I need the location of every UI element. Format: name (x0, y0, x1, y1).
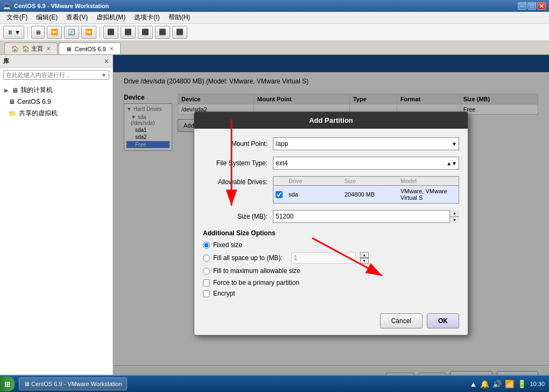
taskbar-items: 🖥 CentOS 6.9 - VMware Workstation (19, 377, 466, 390)
toolbar-btn-1[interactable]: 🖥 (31, 26, 45, 39)
toolbar-btn-6[interactable]: ⬛ (121, 26, 136, 39)
toolbar-btn-8[interactable]: ⬛ (155, 26, 170, 39)
tray-icon-5: 🔋 (517, 380, 526, 388)
taskbar: ⊞ 🖥 CentOS 6.9 - VMware Workstation ▲ 🔔 … (0, 375, 549, 392)
filesystem-select[interactable]: ext4 ext3 ext2 xfs swap (273, 157, 459, 170)
toolbar-btn-7[interactable]: ⬛ (138, 26, 153, 39)
fill-up-row: Fill all space up to (MB): ▲ ▼ (203, 252, 459, 264)
menu-edit[interactable]: 编辑(E) (32, 12, 62, 23)
size-input[interactable] (273, 210, 459, 223)
system-time: 10:30 (530, 381, 545, 387)
toolbar: ⏸ ▼ 🖥 ⏪ 🔄 ⏩ ⬛ ⬛ ⬛ ⬛ ⬛ (0, 24, 549, 41)
mount-point-row: Mount Point: /app /boot / /home swap ▼ (203, 137, 459, 150)
tree-item-shared[interactable]: 📁 共享的虚拟机 (0, 107, 112, 120)
toolbar-btn-2[interactable]: ⏪ (47, 26, 62, 39)
pause-button[interactable]: ⏸ ▼ (3, 26, 24, 39)
drives-table: Drive Size Model sda 204800 MB (273, 176, 459, 204)
search-box[interactable]: ▼ (3, 70, 109, 80)
col-check (276, 178, 288, 184)
tab-centos[interactable]: 🖥 CentOS 6.9 ✕ (59, 43, 120, 54)
size-decrement-button[interactable]: ▼ (450, 217, 459, 223)
filesystem-select-wrapper: ext4 ext3 ext2 xfs swap ▲▼ (273, 157, 459, 170)
allowable-drives-row: Allowable Drives: Drive Size Model (203, 176, 459, 204)
minimize-button[interactable]: ─ (518, 2, 526, 10)
fill-up-input[interactable] (291, 252, 356, 264)
add-partition-dialog: Add Partition Mount Point: /app /boot / (194, 111, 468, 335)
content-area: Drive /dev/sda (204800 MB) (Model: VMwar… (113, 55, 549, 392)
col-model-header: Model (400, 178, 456, 184)
size-label: Size (MB): (203, 213, 273, 220)
tray-icon-2: 🔔 (480, 380, 489, 388)
sidebar-close-button[interactable]: ✕ (104, 58, 109, 65)
allowable-drives-label: Allowable Drives: (203, 176, 273, 186)
maximize-button[interactable]: □ (527, 2, 536, 10)
tab-bar: 🏠 🏠 主页 ✕ 🖥 CentOS 6.9 ✕ (0, 41, 549, 55)
additional-size-label: Additional Size Options (203, 229, 459, 237)
dialog-overlay: Add Partition Mount Point: /app /boot / (113, 55, 549, 392)
system-tray: ▲ 🔔 🔊 📶 🔋 10:30 (466, 380, 549, 388)
toolbar-btn-5[interactable]: ⬛ (103, 26, 118, 39)
computer-icon: 🖥 (12, 87, 18, 94)
start-icon: ⊞ (4, 380, 10, 388)
col-size-header: Size (344, 178, 400, 184)
tray-icon-1: ▲ (470, 380, 477, 388)
tree-item-my-computer[interactable]: ▶ 🖥 我的计算机 (0, 84, 112, 96)
primary-partition-checkbox[interactable] (203, 279, 210, 286)
drive-name-cell: sda (288, 191, 344, 198)
tab-centos-close[interactable]: ✕ (109, 46, 114, 52)
mount-point-select[interactable]: /app /boot / /home swap (273, 137, 459, 150)
vm-icon: 🖥 (66, 46, 72, 52)
col-drive-header: Drive (288, 178, 344, 184)
tab-home-close[interactable]: ✕ (46, 46, 51, 52)
start-button[interactable]: ⊞ (0, 376, 15, 391)
tab-centos-label: CentOS 6.9 (75, 46, 105, 52)
filesystem-row: File System Type: ext4 ext3 ext2 xfs swa… (203, 157, 459, 170)
search-input[interactable] (6, 72, 101, 78)
size-spinner-buttons: ▲ ▼ (449, 210, 459, 223)
fixed-size-row: Fixed size (203, 241, 459, 249)
taskbar-vmware-item[interactable]: 🖥 CentOS 6.9 - VMware Workstation (19, 377, 127, 390)
toolbar-btn-9[interactable]: ⬛ (172, 26, 187, 39)
search-arrow-icon: ▼ (101, 72, 107, 78)
drives-table-header: Drive Size Model (273, 177, 459, 186)
fill-max-radio[interactable] (203, 268, 210, 275)
expand-icon: ▶ (4, 87, 10, 93)
sidebar-header: 库 ✕ (0, 55, 112, 68)
encrypt-checkbox[interactable] (203, 290, 210, 297)
fill-up-radio[interactable] (203, 255, 210, 262)
encrypt-label: Encrypt (213, 290, 235, 297)
primary-partition-row: Force to be a primary partition (203, 279, 459, 286)
drives-table-row: sda 204800 MB VMware, VMware Virtual S (273, 186, 459, 203)
ok-button[interactable]: OK (427, 313, 459, 328)
cancel-button[interactable]: Cancel (380, 313, 423, 328)
taskbar-item-label: 🖥 CentOS 6.9 - VMware Workstation (24, 381, 122, 387)
toolbar-btn-4[interactable]: ⏩ (81, 26, 96, 39)
app-icon: 💻 (3, 3, 11, 10)
fixed-size-radio[interactable] (203, 242, 210, 249)
toolbar-btn-3[interactable]: 🔄 (64, 26, 79, 39)
toolbar-separator (27, 27, 28, 38)
fill-up-increment[interactable]: ▲ (360, 252, 369, 258)
menu-help[interactable]: 帮助(H) (164, 12, 195, 23)
fill-up-decrement[interactable]: ▼ (360, 258, 369, 264)
menu-vm[interactable]: 虚拟机(M) (92, 12, 130, 23)
mount-point-label: Mount Point: (203, 140, 273, 148)
close-button[interactable]: ✕ (537, 2, 546, 10)
dialog-title: Add Partition (309, 116, 353, 124)
drive-checkbox[interactable] (276, 191, 283, 198)
tree-container: ▶ 🖥 我的计算机 🖥 CentOS 6.9 📁 共享的虚拟机 (0, 82, 112, 392)
fixed-size-label: Fixed size (213, 241, 242, 249)
tree-label-centos: CentOS 6.9 (17, 98, 51, 106)
filesystem-label: File System Type: (203, 159, 273, 167)
tab-home[interactable]: 🏠 🏠 主页 ✕ (4, 43, 58, 54)
tree-item-centos[interactable]: 🖥 CentOS 6.9 (0, 96, 112, 107)
menu-file[interactable]: 文件(F) (2, 12, 32, 23)
toolbar-separator-2 (100, 27, 100, 38)
vm-tree-icon: 🖥 (9, 98, 15, 106)
title-bar: 💻 CentOS 6.9 - VMware Workstation ─ □ ✕ (0, 0, 549, 12)
size-row: Size (MB): ▲ ▼ (203, 210, 459, 223)
size-increment-button[interactable]: ▲ (450, 210, 459, 217)
menu-view[interactable]: 查看(V) (62, 12, 92, 23)
tab-home-label: 🏠 主页 (22, 45, 43, 53)
menu-tabs[interactable]: 选项卡(I) (130, 12, 164, 23)
